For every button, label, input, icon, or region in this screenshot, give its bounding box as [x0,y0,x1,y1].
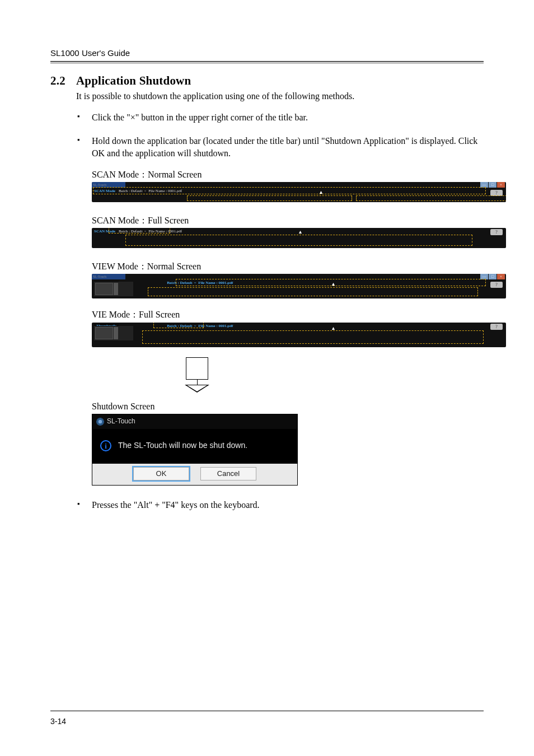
batch-indicator: Batch : Default － File Name : 0001.pdf [165,324,235,329]
window-close-button[interactable]: × [497,274,505,279]
window-controls: — □ × [480,274,505,279]
arrow-down-figure [181,357,213,393]
mode-label-scan-full: SCAN Mode：Full Screen [92,214,484,227]
footer-rule [50,711,484,711]
section-number: 2.2 [50,74,76,88]
batch-info: Batch : Default － File Name : 0001.pdf [119,189,182,194]
mode-label-view-full: VIE Mode：Full Screen [92,309,484,321]
window-close-button[interactable]: × [497,182,505,188]
doc-header: SL1000 User's Guide [50,48,484,58]
highlight-wide [125,235,472,246]
cursor-icon: ▴ [320,190,323,194]
appbar-view-full: Thumbnails Batch : Default － File Name :… [92,323,506,347]
dialog-titlebar[interactable]: SL-Touch [92,414,297,429]
method-text: Hold down the application bar (located u… [92,136,477,158]
window-max-button[interactable]: □ [489,274,496,279]
mode-label-scan-normal: SCAN Mode：Normal Screen [92,169,484,181]
shutdown-dialog: SL-Touch i The SL-Touch will now be shut… [92,414,298,486]
method-item: Click the "×" button in the upper right … [76,111,484,124]
thumbnail-strip[interactable] [94,326,133,340]
appbar-view-normal: SL-Touch — □ × Thumbnails Batch : Defaul… [92,274,506,298]
help-button[interactable]: ? [490,229,503,235]
highlight-ruler-right [356,195,506,201]
thumbnail-item[interactable] [95,327,113,339]
shutdown-screen-label: Shutdown Screen [92,400,484,413]
app-status-bar[interactable]: SCAN Mode Batch : Default － File Name : … [92,188,506,195]
arrow-head-icon [185,385,209,393]
info-icon: i [100,440,111,451]
help-button[interactable]: ? [490,324,503,330]
cancel-button[interactable]: Cancel [200,467,256,480]
window-titlebar[interactable]: SL-Touch [92,182,125,188]
page-number: 3-14 [50,717,66,726]
method-item: Presses the "Alt" + "F4" keys on the key… [76,499,484,511]
window-controls: — □ × [480,182,505,188]
highlight-ruler-left [187,195,352,201]
appbar-scan-full: SCAN Mode Batch : Default － File Name : … [92,228,506,248]
batch-info: Batch : Default － File Name : 0001.pdf [119,229,182,235]
mode-label-view-normal: VIEW Mode：Normal Screen [92,260,484,273]
cursor-icon: ▴ [299,230,302,234]
window-min-button[interactable]: — [480,274,488,279]
cursor-icon: ▴ [332,282,335,286]
mode-indicator: SCAN Mode [94,189,115,194]
arrow-box [186,357,208,380]
appbar-scan-normal: SL-Touch — □ × SCAN Mode Batch : Default… [92,182,506,202]
dialog-body: i The SL-Touch will now be shut down. [92,429,297,464]
thumbnail-strip[interactable] [94,282,133,296]
help-button[interactable]: ? [490,190,503,196]
section-title: Application Shutdown [76,74,191,87]
dialog-message: The SL-Touch will now be shut down. [118,440,247,451]
batch-indicator: Batch : Default － File Name : 0001.pdf [165,281,235,286]
header-rule [50,61,484,64]
help-button[interactable]: ? [490,282,503,288]
highlight-wide [142,330,484,344]
window-max-button[interactable]: □ [489,182,496,188]
thumbnail-scroll[interactable] [114,283,118,295]
thumbnail-scroll[interactable] [114,327,118,339]
gear-icon [97,418,104,425]
dialog-title-text: SL-Touch [107,417,135,426]
section-intro: It is possible to shutdown the applicati… [76,91,484,101]
section-heading: 2.2Application Shutdown [50,74,484,88]
method-item: Hold down the application bar (located u… [76,135,484,486]
highlight-lower [148,287,478,296]
dialog-footer: OK Cancel [92,464,297,485]
window-titlebar[interactable]: SL-Touch [92,274,125,279]
cursor-icon: ▴ [332,326,335,330]
window-min-button[interactable]: — [480,182,488,188]
ok-button[interactable]: OK [133,467,189,480]
thumbnail-item[interactable] [95,283,113,295]
mode-indicator: SCAN Mode [94,229,115,235]
